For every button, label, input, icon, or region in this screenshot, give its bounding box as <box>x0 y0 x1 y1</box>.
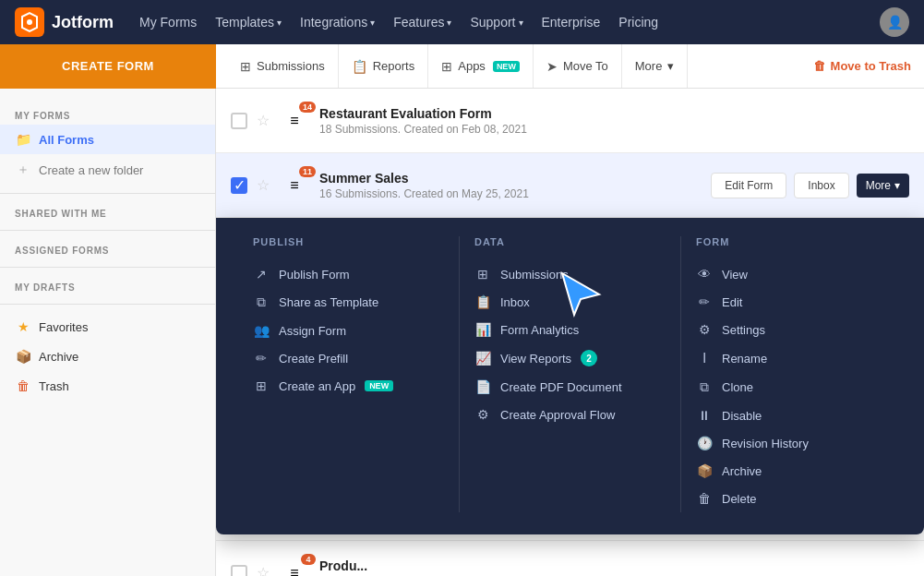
settings-icon: ⚙ <box>696 322 713 337</box>
create-approval-item[interactable]: ⚙ Create Approval Flow <box>474 401 666 428</box>
assign-form-item[interactable]: 👥 Assign Form <box>253 317 444 344</box>
form-column: FORM 👁 View ✏ Edit ⚙ Settings <box>681 236 902 512</box>
form-checkbox-0[interactable] <box>231 113 247 129</box>
nav-pricing[interactable]: Pricing <box>618 15 658 30</box>
user-avatar[interactable]: 👤 <box>880 7 909 37</box>
data-col-title: DATA <box>474 236 666 247</box>
toolbar: CREATE FORM ⊞ Submissions 📋 Reports ⊞ Ap… <box>0 44 924 89</box>
submissions-icon: ⊞ <box>240 59 251 74</box>
svg-point-1 <box>27 19 32 25</box>
form-checkbox-7[interactable] <box>231 565 247 577</box>
apps-icon: ⊞ <box>441 59 452 74</box>
toolbar-actions: ⊞ Submissions 📋 Reports ⊞ Apps NEW ➤ Mov… <box>216 44 699 88</box>
form-analytics-item[interactable]: 📊 Form Analytics <box>474 316 666 343</box>
sidebar-create-folder[interactable]: ＋ Create a new folder <box>0 154 215 186</box>
sidebar-trash[interactable]: 🗑 Trash <box>0 371 215 401</box>
logo-text: Jotform <box>52 13 114 32</box>
form-badge-1: ≡ 11 <box>279 170 310 201</box>
publish-form-item[interactable]: ↗ Publish Form <box>253 260 444 288</box>
nav-features[interactable]: Features ▾ <box>393 15 451 30</box>
more-chevron-icon: ▾ <box>667 59 674 73</box>
nav-enterprise[interactable]: Enterprise <box>542 15 601 30</box>
assigned-section-title: ASSIGNED FORMS <box>0 238 215 259</box>
view-reports-item[interactable]: 📈 View Reports 2 <box>474 343 666 373</box>
revision-history-item[interactable]: 🕐 Revision History <box>696 429 887 457</box>
share-icon: ⧉ <box>253 294 270 310</box>
form-checkbox-1[interactable]: ✓ <box>231 177 247 194</box>
shared-section-title: SHARED WITH ME <box>0 201 215 222</box>
form-star-7[interactable]: ☆ <box>257 564 270 576</box>
edit-item[interactable]: ✏ Edit <box>696 288 887 316</box>
settings-item[interactable]: ⚙ Settings <box>696 316 887 343</box>
moveto-button[interactable]: ➤ Move To <box>534 44 622 88</box>
clone-item[interactable]: ⧉ Clone <box>696 373 887 402</box>
delete-item[interactable]: 🗑 Delete <box>696 485 887 512</box>
row-more-button[interactable]: More ▾ <box>857 174 909 198</box>
data-column: DATA ⊞ Submissions 📋 Inbox 📊 Form Analyt… <box>460 236 681 512</box>
publish-column: PUBLISH ↗ Publish Form ⧉ Share as Templa… <box>238 236 460 512</box>
disable-item[interactable]: ⏸ Disable <box>696 402 887 429</box>
drafts-section-title: MY DRAFTS <box>0 275 215 296</box>
reports-count-badge: 2 <box>581 350 597 366</box>
form-name-7: Produ... <box>319 558 909 573</box>
view-item[interactable]: 👁 View <box>696 260 887 288</box>
data-inbox-item[interactable]: 📋 Inbox <box>474 288 666 316</box>
rename-icon: Ⅰ <box>696 350 713 366</box>
pdf-icon: 📄 <box>474 379 491 394</box>
archive-item[interactable]: 📦 Archive <box>696 457 887 485</box>
moveto-icon: ➤ <box>546 59 558 74</box>
data-submissions-item[interactable]: ⊞ Submissions <box>474 260 666 288</box>
publish-col-title: PUBLISH <box>253 236 444 247</box>
submissions-button[interactable]: ⊞ Submissions <box>227 44 339 88</box>
sidebar-favorites[interactable]: ★ Favorites <box>0 312 215 342</box>
sidebar-divider-4 <box>0 304 215 305</box>
share-template-item[interactable]: ⧉ Share as Template <box>253 288 444 317</box>
apps-button[interactable]: ⊞ Apps NEW <box>428 44 534 88</box>
trash-icon: 🗑 <box>813 59 825 73</box>
publish-icon: ↗ <box>253 267 270 282</box>
folder-icon: 📁 <box>15 132 31 147</box>
create-form-button[interactable]: CREATE FORM <box>0 44 216 89</box>
form-badge-7: ≡ 4 <box>279 558 310 577</box>
templates-chevron: ▾ <box>277 18 282 28</box>
create-prefill-item[interactable]: ✏ Create Prefill <box>253 344 444 372</box>
inbox-button[interactable]: Inbox <box>794 173 848 198</box>
edit-form-button[interactable]: Edit Form <box>711 173 786 198</box>
nav-my-forms[interactable]: My Forms <box>139 15 197 30</box>
more-dropdown-chevron: ▾ <box>894 179 900 192</box>
nav-templates[interactable]: Templates ▾ <box>215 15 282 30</box>
form-count-7: 4 <box>301 554 316 565</box>
form-actions-1: Edit Form Inbox More ▾ <box>711 173 909 198</box>
analytics-icon: 📊 <box>474 322 491 337</box>
nav-integrations[interactable]: Integrations ▾ <box>300 15 375 30</box>
form-meta-0: 18 Submissions. Created on Feb 08, 2021 <box>319 123 909 136</box>
support-chevron: ▾ <box>519 18 523 28</box>
form-count-0: 14 <box>299 102 316 113</box>
highlighted-row-container: ✓ ☆ ≡ 11 Summer Sales 16 Submissions. Cr… <box>216 153 924 218</box>
form-meta-1: 16 Submissions. Created on May 25, 2021 <box>319 187 702 200</box>
form-info-7: Produ... 4 Subm... <box>319 558 909 577</box>
assign-icon: 👥 <box>253 323 270 338</box>
app-icon: ⊞ <box>253 378 270 393</box>
form-star-1[interactable]: ☆ <box>257 176 270 194</box>
view-icon: 👁 <box>696 267 713 282</box>
form-count-1: 11 <box>299 166 316 177</box>
sidebar-archive[interactable]: 📦 Archive <box>0 342 215 371</box>
more-button[interactable]: More ▾ <box>622 44 689 88</box>
form-star-0[interactable]: ☆ <box>257 112 270 129</box>
more-label: More <box>866 179 891 192</box>
logo[interactable]: Jotform <box>15 7 114 37</box>
disable-icon: ⏸ <box>696 408 713 423</box>
move-to-trash-button[interactable]: 🗑 Move to Trash <box>800 44 924 88</box>
sidebar-all-forms[interactable]: 📁 All Forms <box>0 125 215 154</box>
sidebar-divider-2 <box>0 230 215 231</box>
approval-icon: ⚙ <box>474 407 491 422</box>
create-pdf-item[interactable]: 📄 Create PDF Document <box>474 373 666 401</box>
prefill-icon: ✏ <box>253 351 270 366</box>
create-app-item[interactable]: ⊞ Create an App NEW <box>253 372 444 400</box>
nav-support[interactable]: Support ▾ <box>470 15 522 30</box>
rename-item[interactable]: Ⅰ Rename <box>696 343 887 373</box>
logo-icon <box>15 7 44 37</box>
reports-button[interactable]: 📋 Reports <box>339 44 429 88</box>
edit-icon: ✏ <box>696 294 713 309</box>
